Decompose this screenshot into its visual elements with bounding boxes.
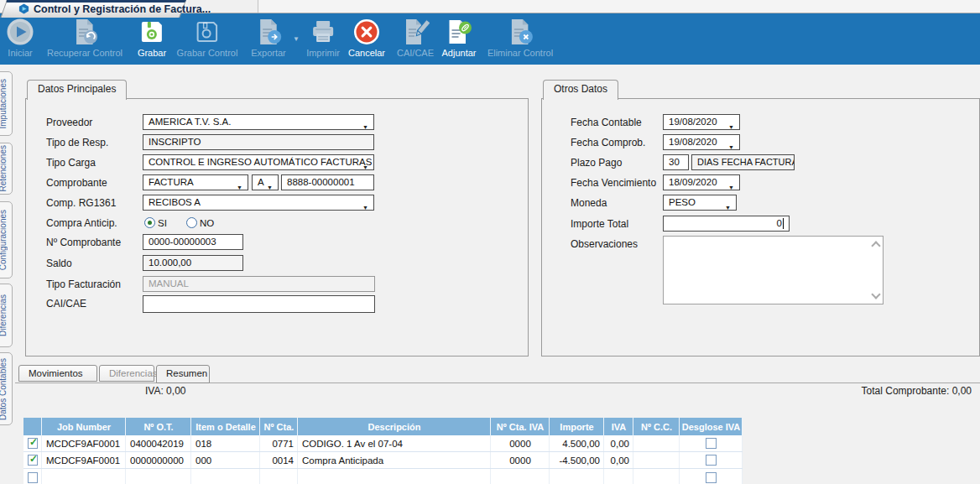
row-checkbox[interactable]: [28, 438, 38, 449]
cell-cc[interactable]: [633, 469, 680, 484]
cell-importe[interactable]: 4.500,00: [550, 435, 604, 451]
tab-movimientos[interactable]: Movimientos: [18, 365, 97, 382]
cell-descripcion[interactable]: Compra Anticipada: [298, 452, 491, 468]
cell-cta-iva[interactable]: 0000: [491, 452, 550, 468]
cell-descripcion[interactable]: [298, 469, 491, 484]
total-comprobante-summary: Total Comprobante: 0,00: [862, 385, 972, 397]
play-circle-icon: [6, 18, 34, 46]
compra-anticip-no-radio[interactable]: [186, 217, 197, 228]
fecha-vencimiento-select[interactable]: 18/09/2020: [663, 174, 740, 190]
comprobante-letra-select[interactable]: A: [252, 174, 279, 190]
tipo-carga-select[interactable]: CONTROL E INGRESO AUTOMÁTICO FACTURAS DE…: [143, 154, 374, 170]
cell-item[interactable]: [191, 469, 260, 484]
cell-job-number[interactable]: MCDCF9AF0001: [42, 435, 126, 451]
cell-iva[interactable]: 0,00: [604, 435, 633, 451]
header-descripcion[interactable]: Descripción: [298, 418, 491, 435]
fecha-contable-label: Fecha Contable: [571, 117, 642, 128]
header-cta[interactable]: Nº Cta.: [260, 418, 298, 435]
cell-importe[interactable]: [550, 469, 604, 484]
chevron-down-icon: [362, 200, 371, 208]
cell-iva[interactable]: 0,00: [604, 452, 633, 468]
tab-diferencias[interactable]: Diferencias: [99, 365, 154, 382]
cell-descripcion[interactable]: CODIGO. 1 Av el 07-04: [298, 435, 491, 451]
observaciones-textarea[interactable]: [663, 236, 884, 304]
cell-cc[interactable]: [633, 435, 680, 451]
eliminar-control-button[interactable]: Eliminar Control: [487, 18, 553, 58]
nro-comprobante-input[interactable]: 0000-00000003: [143, 234, 243, 250]
cell-cta-iva[interactable]: [491, 469, 550, 484]
header-cc[interactable]: Nº C.C.: [633, 418, 680, 435]
exportar-button[interactable]: Exportar: [251, 18, 286, 58]
cell-iva[interactable]: [604, 469, 633, 484]
plazo-pago-label: Plazo Pago: [571, 157, 622, 169]
cell-cta[interactable]: 0771: [260, 435, 298, 451]
plazo-pago-dias-input[interactable]: 30: [663, 154, 689, 170]
importe-total-input[interactable]: 0: [663, 216, 790, 232]
cell-cta[interactable]: 0014: [260, 452, 298, 468]
grabar-button[interactable]: Grabar: [138, 18, 166, 58]
adjuntar-button[interactable]: Adjuntar: [442, 18, 477, 58]
sidebar-tab-2[interactable]: Retenciones: [0, 143, 13, 195]
desglose-iva-checkbox[interactable]: [706, 438, 717, 449]
cell-cc[interactable]: [633, 452, 680, 468]
chevron-down-icon: [728, 119, 737, 128]
iniciar-button[interactable]: Iniciar: [6, 18, 34, 58]
sidebar-tab-1[interactable]: Imputaciones: [0, 71, 13, 136]
header-desglose-iva[interactable]: Desglose IVA: [680, 418, 743, 435]
cell-ot[interactable]: 0000000000: [126, 452, 191, 468]
chevron-down-icon: [728, 139, 737, 148]
moneda-label: Moneda: [571, 197, 607, 209]
cell-job-number[interactable]: MCDCF9AF0001: [42, 452, 126, 468]
cell-ot[interactable]: 0400042019: [126, 435, 191, 451]
fecha-comprob-select[interactable]: 19/08/2020: [663, 134, 740, 150]
cell-ot[interactable]: [126, 469, 191, 484]
sidebar-tab-3[interactable]: Configuraciones: [0, 201, 13, 278]
header-iva[interactable]: IVA: [604, 418, 633, 435]
recuperar-control-button[interactable]: Recuperar Control: [47, 18, 122, 58]
header-importe[interactable]: Importe: [550, 418, 604, 435]
header-cta-iva[interactable]: Nº Cta. IVA: [491, 418, 550, 435]
row-checkbox[interactable]: [28, 472, 38, 483]
chevron-down-icon: [237, 180, 245, 188]
save-icon: [138, 18, 166, 46]
cell-cta-iva[interactable]: 0000: [491, 435, 550, 451]
cai-cae-button[interactable]: CAI/CAE: [397, 18, 434, 58]
compra-anticip-si-radio[interactable]: [144, 217, 155, 228]
title-bar: Control y Registración de Factura...: [0, 0, 980, 13]
desglose-iva-checkbox[interactable]: [706, 472, 717, 483]
cell-item[interactable]: 000: [191, 452, 260, 468]
exportar-dropdown-icon[interactable]: ▼: [293, 35, 300, 43]
cell-item[interactable]: 018: [191, 435, 260, 451]
cell-job-number[interactable]: [42, 469, 126, 484]
row-checkbox[interactable]: [28, 455, 38, 466]
header-ot[interactable]: Nº O.T.: [126, 418, 191, 435]
tab-datos-principales[interactable]: Datos Principales: [27, 80, 127, 100]
scroll-up-icon[interactable]: [871, 241, 880, 250]
plazo-pago-tipo-field: DIAS FECHA FACTURA: [691, 154, 795, 170]
cancelar-button[interactable]: Cancelar: [348, 18, 385, 58]
scroll-down-icon[interactable]: [871, 289, 880, 299]
sidebar-tab-4[interactable]: Diferencias: [0, 284, 13, 347]
moneda-select[interactable]: PESO: [663, 195, 737, 211]
header-item[interactable]: Item o Detalle: [191, 418, 260, 435]
imprimir-button[interactable]: Imprimir: [306, 18, 340, 58]
tipo-facturacion-label: Tipo Facturación: [46, 278, 121, 290]
comprobante-numero-input[interactable]: 8888-00000001: [281, 174, 374, 190]
cai-cae-input[interactable]: [143, 295, 375, 313]
header-job-number[interactable]: Job Number: [42, 418, 126, 435]
cell-importe[interactable]: -4.500,00: [550, 452, 604, 468]
comp-rg1361-select[interactable]: RECIBOS A: [143, 195, 374, 211]
nro-comprobante-label: Nº Comprobante: [46, 237, 121, 248]
tab-otros-datos[interactable]: Otros Datos: [543, 80, 618, 100]
recuperar-control-label: Recuperar Control: [47, 48, 122, 58]
importe-total-label: Importe Total: [571, 218, 628, 230]
grabar-control-button[interactable]: Grabar Control: [177, 18, 238, 58]
tab-resumen[interactable]: Resumen: [156, 365, 210, 383]
cell-cta[interactable]: [260, 469, 298, 484]
proveedor-select[interactable]: AMERICA T.V. S.A.: [143, 114, 374, 130]
fecha-contable-select[interactable]: 19/08/2020: [663, 114, 740, 130]
sidebar-tab-5[interactable]: Datos Contables: [0, 352, 13, 425]
proveedor-label: Proveedor: [46, 117, 92, 128]
comprobante-tipo-select[interactable]: FACTURA: [143, 174, 248, 190]
desglose-iva-checkbox[interactable]: [706, 455, 717, 466]
